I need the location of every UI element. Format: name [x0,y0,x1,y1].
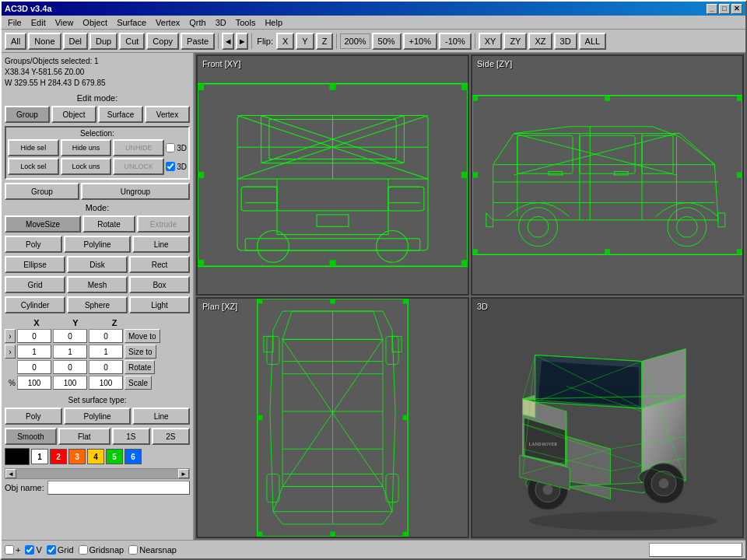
menu-tools[interactable]: Tools [231,17,261,28]
menu-file[interactable]: File [3,17,26,28]
menu-edit[interactable]: Edit [26,17,51,28]
group-button[interactable]: Group [5,183,79,200]
grid-button[interactable]: Grid [5,276,65,293]
move-arrow[interactable]: › [5,329,16,343]
move-to-button[interactable]: Move to [124,329,160,343]
del-button[interactable]: Del [63,33,89,50]
smooth-button[interactable]: Smooth [5,428,57,445]
ungroup-button[interactable]: Ungroup [81,183,190,200]
line-button[interactable]: Line [132,236,190,253]
size-arrow[interactable]: › [5,345,16,359]
ellipse-button[interactable]: Ellipse [5,256,65,273]
color-3[interactable]: 3 [68,449,86,464]
light-button[interactable]: Light [129,296,190,313]
view-all-button[interactable]: ALL [579,33,607,50]
scroll-left-button[interactable]: ◄ [5,469,16,478]
movesize-button[interactable]: MoveSize [5,215,81,233]
zoom-plus10-button[interactable]: +10% [403,33,437,50]
sphere-button[interactable]: Sphere [67,296,128,313]
hide-uns-button[interactable]: Hide uns [61,139,112,156]
view-xy-button[interactable]: XY [479,33,503,50]
flip-y-button[interactable]: Y [296,33,314,50]
scale-z-input[interactable] [89,376,123,390]
paste-button[interactable]: Paste [181,33,215,50]
lock-sel-button[interactable]: Lock sel [8,158,59,175]
extrude-button[interactable]: Extrude [137,215,190,233]
mode-surface-button[interactable]: Surface [98,106,143,123]
scale-button[interactable]: Scale [124,376,152,390]
box-button[interactable]: Box [129,276,190,293]
viewport-side[interactable]: Side [ZY] [471,54,744,296]
lock-3d-checkbox[interactable] [166,162,175,171]
horizontal-scrollbar[interactable]: ◄ ► [5,468,190,479]
maximize-button[interactable]: □ [719,4,730,14]
rotate-y-input[interactable] [53,360,87,374]
color-swatch-black[interactable] [5,448,30,465]
mesh-button[interactable]: Mesh [67,276,128,293]
move-y-input[interactable] [53,329,87,343]
disk-button[interactable]: Disk [67,256,128,273]
move-z-input[interactable] [89,329,123,343]
all-button[interactable]: All [5,33,26,50]
grid-checkbox[interactable] [47,545,56,555]
poly-button[interactable]: Poly [5,236,62,253]
cut-button[interactable]: Cut [119,33,145,50]
color-1[interactable]: 1 [31,449,48,464]
mode-vertex-button[interactable]: Vertex [145,106,190,123]
menu-help[interactable]: Help [260,17,287,28]
size-to-button[interactable]: Size to [124,345,156,359]
viewport-front[interactable]: Front [XY] [196,54,469,296]
menu-qrth[interactable]: Qrth [184,17,210,28]
lock-uns-button[interactable]: Lock uns [61,158,112,175]
scroll-right-button[interactable]: ► [178,469,189,478]
zoom-minus10-button[interactable]: -10% [439,33,472,50]
plus-checkbox[interactable] [5,545,14,555]
polyline-button[interactable]: Polyline [64,236,132,253]
color-2[interactable]: 2 [50,449,67,464]
rect-button[interactable]: Rect [129,256,190,273]
scale-y-input[interactable] [53,376,87,390]
flip-z-button[interactable]: Z [316,33,334,50]
color-5[interactable]: 5 [106,449,123,464]
copy-button[interactable]: Copy [146,33,179,50]
move-x-input[interactable] [17,329,51,343]
rotate-button[interactable]: Rotate [82,215,135,233]
rotate-z-input[interactable] [89,360,123,374]
view-3d-button[interactable]: 3D [554,33,577,50]
view-xz-button[interactable]: XZ [528,33,552,50]
viewport-plan[interactable]: Plan [XZ] [196,297,469,538]
mode-group-button[interactable]: Group [5,106,50,123]
dup-button[interactable]: Dup [89,33,117,50]
surf-poly-button[interactable]: Poly [5,408,62,425]
hide-sel-button[interactable]: Hide sel [8,139,59,156]
1s-button[interactable]: 1S [112,428,150,445]
size-z-input[interactable] [89,345,123,359]
menu-vertex[interactable]: Vertex [151,17,184,28]
obj-name-input[interactable] [47,481,190,495]
surf-polyline-button[interactable]: Polyline [64,408,132,425]
view-zy-button[interactable]: ZY [503,33,527,50]
surf-line-button[interactable]: Line [132,408,190,425]
rotate-x-input[interactable] [17,360,51,374]
nav-prev-button[interactable]: ◄ [222,33,234,50]
close-button[interactable]: ✕ [731,4,742,14]
menu-object[interactable]: Object [78,17,112,28]
2s-button[interactable]: 2S [152,428,190,445]
menu-view[interactable]: View [51,17,79,28]
minimize-button[interactable]: _ [707,4,717,14]
size-x-input[interactable] [17,345,51,359]
cylinder-button[interactable]: Cylinder [5,296,65,313]
menu-3d[interactable]: 3D [211,17,231,28]
mode-object-button[interactable]: Object [51,106,96,123]
none-button[interactable]: None [28,33,61,50]
unhide-button[interactable]: UNHIDE [113,139,164,156]
viewport-3d[interactable]: 3D [471,297,744,538]
color-4[interactable]: 4 [87,449,104,464]
scale-x-input[interactable] [17,376,51,390]
zoom-50-button[interactable]: 50% [372,33,402,50]
nearsnap-checkbox[interactable] [128,545,138,555]
v-checkbox[interactable] [25,545,34,555]
nav-next-button[interactable]: ► [236,33,248,50]
hide-3d-checkbox[interactable] [166,143,175,152]
flat-button[interactable]: Flat [58,428,110,445]
